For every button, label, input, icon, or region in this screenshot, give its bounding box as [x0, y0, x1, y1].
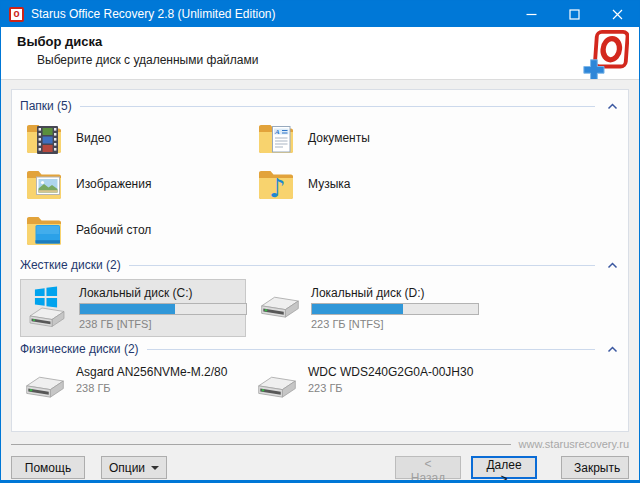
drive-item-d[interactable]: Локальный диск (D:) 223 ГБ [NTFS]	[252, 279, 478, 337]
chevron-up-icon	[607, 346, 618, 353]
drive-size: 238 ГБ [NTFS]	[79, 318, 247, 330]
app-logo-icon	[581, 29, 629, 79]
drive-size: 223 ГБ [NTFS]	[311, 318, 479, 330]
drive-item-c[interactable]: Локальный диск (C:) 238 ГБ [NTFS]	[20, 279, 246, 337]
physical-disks-section: Физические диски (2)	[20, 340, 620, 409]
hard-disks-row: Локальный диск (C:) 238 ГБ [NTFS]	[20, 279, 620, 337]
folder-label: Рабочий стол	[76, 223, 151, 237]
drive-label: Локальный диск (D:)	[311, 286, 479, 300]
folder-item-documents[interactable]: A Документы	[256, 115, 620, 161]
chevron-up-icon	[607, 103, 618, 110]
drive-usage-fill	[312, 304, 403, 314]
drive-usage-fill	[80, 304, 175, 314]
drive-icon	[27, 305, 67, 331]
folder-label: Видео	[76, 131, 111, 145]
next-button[interactable]: Далее >	[471, 456, 537, 479]
chevron-up-icon	[607, 262, 618, 269]
drive-usage-bar	[79, 303, 247, 315]
hard-disks-section: Жесткие диски (2)	[20, 256, 620, 337]
minimize-button[interactable]	[510, 1, 553, 27]
header: Выбор диска Выберите диск с удаленными ф…	[1, 27, 639, 80]
titlebar-close-button[interactable]	[596, 1, 639, 27]
drive-icon	[24, 374, 66, 402]
folder-item-video[interactable]: Видео	[24, 115, 256, 161]
drive-usage-bar	[311, 303, 479, 315]
documents-folder-icon: A	[256, 120, 296, 156]
desktop-folder-icon	[24, 212, 64, 248]
section-divider	[129, 265, 595, 266]
drive-icon	[256, 374, 298, 402]
hard-disks-section-header: Жесткие диски (2)	[20, 256, 620, 274]
physical-disks-row: Asgard AN256NVMe-M.2/80 238 ГБ	[20, 361, 620, 409]
folders-section: Папки (5)	[20, 97, 620, 253]
pictures-folder-icon	[24, 166, 64, 202]
disk-label: Asgard AN256NVMe-M.2/80	[76, 365, 227, 379]
video-folder-icon	[24, 120, 64, 156]
footer-divider	[11, 444, 511, 445]
disk-size: 223 ГБ	[308, 382, 473, 394]
disk-label: WDC WDS240G2G0A-00JH30	[308, 365, 473, 379]
folder-label: Документы	[308, 131, 370, 145]
drive-label: Локальный диск (C:)	[79, 286, 247, 300]
help-button[interactable]: Помощь	[11, 456, 85, 479]
app-window: o Starus Office Recovery 2.8 (Unlimited …	[0, 0, 640, 483]
section-title: Папки (5)	[20, 99, 72, 113]
section-title: Физические диски (2)	[20, 342, 139, 356]
page-title: Выбор диска	[1, 27, 639, 49]
disk-panel: Папки (5)	[11, 89, 629, 432]
titlebar: o Starus Office Recovery 2.8 (Unlimited …	[1, 1, 639, 27]
folder-grid: Видео A Документы	[20, 115, 620, 253]
folders-collapse-button[interactable]	[605, 101, 620, 112]
maximize-icon	[569, 9, 580, 20]
folder-item-desktop[interactable]: Рабочий стол	[24, 207, 256, 253]
music-folder-icon: ♪	[256, 166, 296, 202]
website-label: www.starusrecovery.ru	[519, 438, 629, 450]
svg-text:A: A	[274, 128, 280, 136]
svg-text:♪: ♪	[269, 173, 286, 202]
physical-disks-section-header: Физические диски (2)	[20, 340, 620, 358]
folder-label: Музыка	[308, 177, 350, 191]
footer: www.starusrecovery.ru Помощь Опции < Наз…	[1, 432, 639, 481]
close-app-button[interactable]: Закрыть	[561, 456, 629, 479]
physical-disk-item-1[interactable]: Asgard AN256NVMe-M.2/80 238 ГБ	[24, 361, 256, 409]
page-subtitle: Выберите диск с удаленными файлами	[1, 49, 639, 67]
back-button[interactable]: < Назад	[395, 456, 461, 479]
maximize-button[interactable]	[553, 1, 596, 27]
physical-disks-collapse-button[interactable]	[605, 344, 620, 355]
folder-label: Изображения	[76, 177, 151, 191]
hard-disks-collapse-button[interactable]	[605, 260, 620, 271]
section-divider	[147, 349, 595, 350]
main-content: Папки (5)	[1, 80, 639, 432]
disk-size: 238 ГБ	[76, 382, 227, 394]
section-divider	[80, 106, 595, 107]
window-title: Starus Office Recovery 2.8 (Unlimited Ed…	[31, 7, 510, 21]
section-title: Жесткие диски (2)	[20, 258, 121, 272]
drive-icon	[259, 294, 301, 322]
close-icon	[612, 9, 623, 20]
system-drive-icon	[27, 285, 71, 331]
minimize-icon	[526, 9, 537, 20]
folder-item-music[interactable]: ♪ Музыка	[256, 161, 620, 207]
options-button[interactable]: Опции	[101, 456, 167, 479]
physical-disk-item-2[interactable]: WDC WDS240G2G0A-00JH30 223 ГБ	[256, 361, 620, 409]
app-icon: o	[9, 7, 24, 22]
folders-section-header: Папки (5)	[20, 97, 620, 115]
folder-item-pictures[interactable]: Изображения	[24, 161, 256, 207]
dropdown-arrow-icon	[151, 466, 159, 470]
